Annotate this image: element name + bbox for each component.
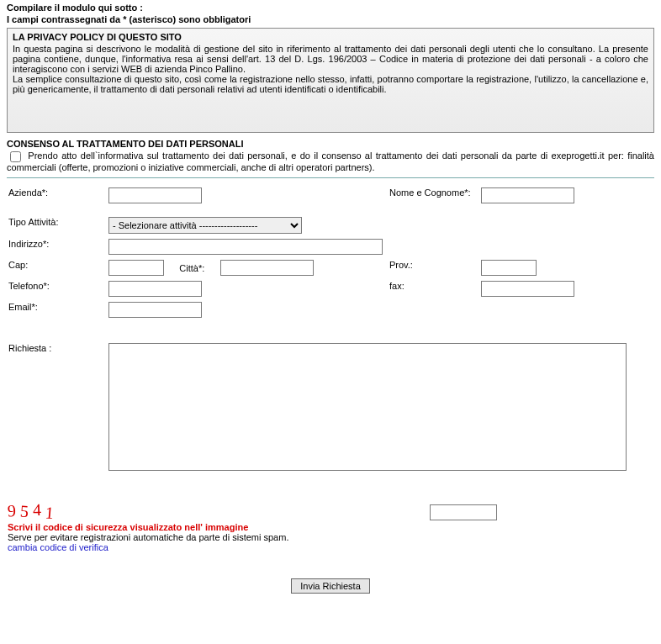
input-fax[interactable] [481, 281, 574, 297]
label-fax: fax: [388, 278, 479, 299]
label-azienda: Azienda*: [7, 185, 107, 206]
input-citta[interactable] [220, 260, 314, 276]
consent-checkbox[interactable] [10, 151, 21, 162]
input-cap[interactable] [108, 260, 164, 276]
input-nome-cognome[interactable] [481, 187, 574, 203]
input-captcha[interactable] [430, 504, 497, 520]
label-indirizzo: Indirizzo*: [7, 236, 107, 257]
input-azienda[interactable] [108, 187, 202, 203]
textarea-richiesta[interactable] [108, 343, 627, 471]
input-telefono[interactable] [108, 281, 202, 297]
label-telefono: Telefono*: [7, 278, 107, 299]
separator [7, 177, 654, 178]
captcha-change-link[interactable]: cambia codice di verifica [8, 542, 108, 552]
privacy-title: LA PRIVACY POLICY DI QUESTO SITO [13, 32, 648, 42]
label-cap: Cap: [7, 257, 107, 278]
label-nome: Nome e Cognome*: [388, 185, 479, 206]
submit-button[interactable]: Invia Richiesta [291, 578, 370, 594]
select-tipo-attivita[interactable]: - Selezionare attività -----------------… [108, 217, 302, 234]
input-email[interactable] [108, 302, 202, 318]
captcha-help: Serve per evitare registrazioni automati… [8, 532, 420, 542]
input-prov[interactable] [481, 260, 537, 276]
consent-title: CONSENSO AL TRATTAMENTO DEI DATI PERSONA… [7, 139, 654, 149]
privacy-body: In questa pagina si descrivono le modali… [13, 44, 648, 94]
label-citta: Città*: [179, 262, 204, 272]
consent-text: Prendo atto dell`informativa sul trattam… [7, 150, 654, 172]
label-prov: Prov.: [388, 257, 479, 278]
label-tipo: Tipo Attività: [7, 214, 107, 236]
form-table: Azienda*: Nome e Cognome*: Tipo Attività… [7, 185, 654, 475]
form-header-line1: Compilare il modulo qui sotto : [7, 3, 654, 13]
privacy-policy-box[interactable]: LA PRIVACY POLICY DI QUESTO SITO In ques… [7, 28, 654, 133]
label-richiesta: Richiesta : [7, 340, 107, 475]
form-header-line2: I campi contrassegnati da * (asterisco) … [7, 14, 654, 24]
captcha-image: 9541 [8, 501, 428, 520]
label-email: Email*: [7, 299, 107, 320]
captcha-label: Scrivi il codice di sicurezza visualizza… [8, 522, 420, 532]
input-indirizzo[interactable] [108, 239, 383, 255]
